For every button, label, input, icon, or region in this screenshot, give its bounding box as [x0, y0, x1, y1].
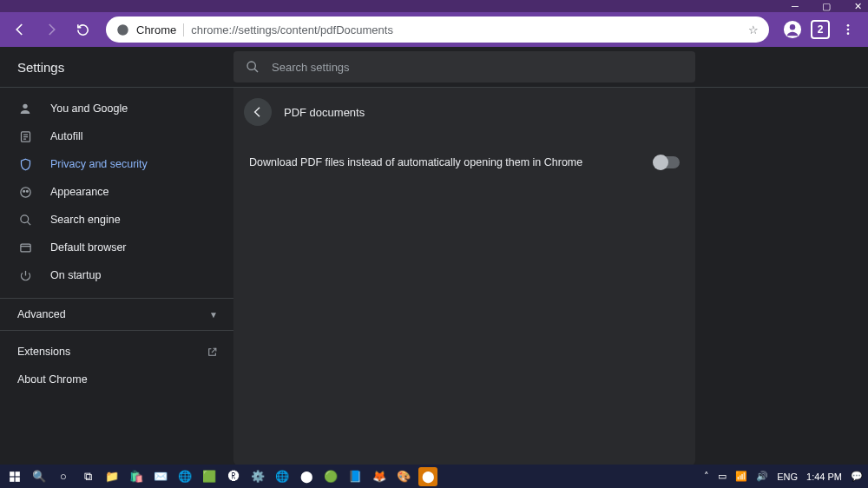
svg-rect-15 — [16, 472, 20, 476]
svg-point-6 — [247, 62, 255, 69]
download-pdf-toggle[interactable] — [654, 156, 680, 168]
site-info-icon[interactable] — [116, 23, 129, 36]
sidebar-item-label: Search engine — [50, 214, 121, 226]
reload-button[interactable] — [69, 16, 95, 43]
browser-toolbar: Chrome chrome://settings/content/pdfDocu… — [0, 12, 868, 47]
sidebar-about-link[interactable]: About Chrome — [0, 366, 233, 393]
power-icon — [17, 269, 33, 282]
svg-point-2 — [790, 24, 795, 30]
taskbar-chrome-icon[interactable]: ⬤ — [297, 467, 316, 486]
svg-rect-13 — [20, 244, 30, 252]
window-titlebar: ─ ▢ ✕ — [0, 0, 868, 12]
panel-back-button[interactable] — [244, 98, 272, 126]
option-label: Download PDF files instead of automatica… — [249, 156, 582, 168]
profile-button[interactable] — [779, 16, 806, 43]
taskbar-app-icon[interactable]: 🌐 — [175, 467, 194, 486]
settings-main: You and Google Autofill Privacy and secu… — [0, 88, 868, 465]
start-button[interactable] — [5, 467, 24, 486]
taskbar-app-icon[interactable]: 🅡 — [224, 467, 243, 486]
sidebar-item-you-and-google[interactable]: You and Google — [0, 95, 233, 122]
sidebar-advanced-toggle[interactable]: Advanced ▼ — [0, 298, 233, 331]
bookmark-star-icon[interactable]: ☆ — [748, 23, 759, 36]
sidebar-item-label: On startup — [50, 269, 101, 281]
tab-count-button[interactable]: 2 — [811, 20, 830, 39]
sidebar-item-autofill[interactable]: Autofill — [0, 122, 233, 150]
sidebar-item-appearance[interactable]: Appearance — [0, 178, 233, 206]
svg-rect-14 — [10, 472, 14, 476]
taskbar-taskview-icon[interactable]: ⧉ — [78, 467, 97, 486]
sidebar-item-privacy[interactable]: Privacy and security — [0, 150, 233, 178]
autofill-icon — [17, 130, 33, 143]
taskbar-explorer-icon[interactable]: 📁 — [102, 467, 122, 486]
taskbar-app-icon[interactable]: ⬤ — [418, 467, 437, 486]
svg-rect-17 — [16, 477, 20, 481]
extensions-label: Extensions — [17, 346, 70, 358]
svg-point-3 — [847, 24, 850, 27]
tray-battery-icon[interactable]: ▭ — [718, 471, 727, 482]
tray-chevron-icon[interactable]: ˄ — [704, 471, 709, 482]
back-button[interactable] — [7, 16, 33, 43]
search-icon — [246, 60, 260, 74]
sidebar-item-label: Appearance — [50, 186, 108, 198]
taskbar-app-icon[interactable]: 🟩 — [200, 467, 219, 486]
tray-wifi-icon[interactable]: 📶 — [735, 471, 747, 482]
sidebar-item-label: Privacy and security — [50, 158, 148, 170]
browser-icon — [17, 241, 33, 254]
tray-clock[interactable]: 1:44 PM — [806, 472, 842, 482]
panel-header: PDF documents — [233, 88, 695, 136]
search-placeholder: Search settings — [272, 61, 350, 74]
about-label: About Chrome — [17, 373, 88, 386]
taskbar-app-icon[interactable]: 🟢 — [321, 467, 340, 486]
menu-button[interactable] — [835, 16, 861, 43]
advanced-label: Advanced — [17, 308, 66, 320]
taskbar-mail-icon[interactable]: ✉️ — [151, 467, 170, 486]
maximize-button[interactable]: ▢ — [821, 1, 832, 11]
address-bar[interactable]: Chrome chrome://settings/content/pdfDocu… — [106, 16, 769, 43]
svg-point-5 — [847, 32, 850, 35]
taskbar-cortana-icon[interactable]: ○ — [54, 467, 73, 486]
settings-sidebar: You and Google Autofill Privacy and secu… — [0, 88, 233, 465]
taskbar-edge-icon[interactable]: 🌐 — [273, 467, 292, 486]
taskbar-settings-icon[interactable]: ⚙️ — [248, 467, 267, 486]
tray-volume-icon[interactable]: 🔊 — [756, 471, 768, 482]
download-pdf-option-row: Download PDF files instead of automatica… — [233, 142, 695, 183]
svg-point-12 — [20, 214, 28, 222]
svg-point-10 — [23, 190, 24, 192]
svg-point-9 — [20, 187, 30, 196]
svg-point-4 — [847, 29, 850, 31]
settings-title: Settings — [17, 60, 233, 75]
panel-title: PDF documents — [284, 106, 365, 119]
taskbar-tray: ˄ ▭ 📶 🔊 ENG 1:44 PM 💬 — [704, 471, 863, 482]
sidebar-item-label: You and Google — [50, 102, 128, 115]
person-icon — [17, 102, 33, 115]
sidebar-item-default-browser[interactable]: Default browser — [0, 234, 233, 261]
taskbar-facebook-icon[interactable]: 📘 — [345, 467, 365, 486]
svg-point-7 — [23, 104, 27, 109]
windows-taskbar: 🔍 ○ ⧉ 📁 🛍️ ✉️ 🌐 🟩 🅡 ⚙️ 🌐 ⬤ 🟢 📘 🦊 🎨 ⬤ ˄ ▭… — [0, 465, 868, 488]
search-settings-input[interactable]: Search settings — [233, 51, 695, 82]
tray-language[interactable]: ENG — [777, 472, 798, 482]
sidebar-extensions-link[interactable]: Extensions — [0, 338, 233, 366]
forward-button[interactable] — [38, 16, 64, 43]
sidebar-item-label: Default browser — [50, 241, 127, 254]
sidebar-item-label: Autofill — [50, 130, 83, 142]
tray-notifications-icon[interactable]: 💬 — [851, 471, 863, 482]
search-icon — [17, 214, 33, 227]
settings-header: Settings Search settings — [0, 47, 868, 88]
url-scheme-label: Chrome — [136, 23, 184, 36]
minimize-button[interactable]: ─ — [790, 1, 800, 11]
sidebar-item-search-engine[interactable]: Search engine — [0, 206, 233, 234]
external-link-icon — [207, 346, 218, 358]
svg-rect-16 — [10, 477, 14, 481]
svg-point-11 — [26, 190, 28, 192]
taskbar-app-icon[interactable]: 🎨 — [394, 467, 413, 486]
appearance-icon — [17, 186, 33, 199]
url-text: chrome://settings/content/pdfDocuments — [191, 23, 741, 36]
taskbar-firefox-icon[interactable]: 🦊 — [370, 467, 389, 486]
settings-content: PDF documents Download PDF files instead… — [233, 88, 868, 465]
pdf-documents-panel: PDF documents Download PDF files instead… — [233, 88, 695, 465]
sidebar-item-on-startup[interactable]: On startup — [0, 261, 233, 289]
close-button[interactable]: ✕ — [852, 1, 863, 11]
taskbar-store-icon[interactable]: 🛍️ — [127, 467, 146, 486]
taskbar-search-icon[interactable]: 🔍 — [30, 467, 49, 486]
